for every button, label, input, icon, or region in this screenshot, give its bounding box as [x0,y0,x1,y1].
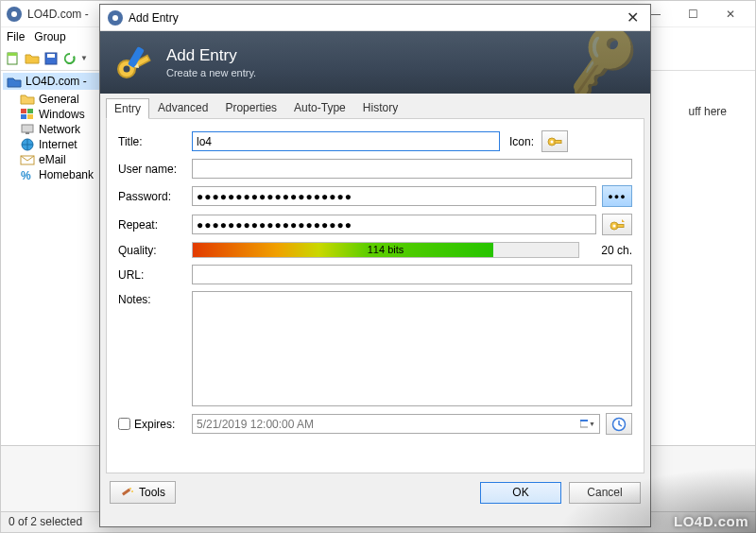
network-icon [20,123,35,136]
right-pane-hint: uff here [689,105,727,118]
label-password: Password: [118,190,192,203]
tree-label: Network [39,123,80,136]
title-input[interactable] [192,131,500,151]
tabs: Entry Advanced Properties Auto-Type Hist… [100,94,650,118]
tab-history[interactable]: History [354,97,406,118]
pencil-key-icon [113,41,157,84]
dialog-footer: Tools OK Cancel [100,473,650,511]
svg-rect-9 [26,132,29,134]
svg-rect-7 [27,114,33,119]
password-input[interactable]: ●●●●●●●●●●●●●●●●●●●● [192,186,596,206]
maximize-button[interactable]: ☐ [674,5,712,24]
header-subtitle: Create a new entry. [166,67,256,78]
key-watermark-icon: 🔑 [559,31,646,94]
header-title: Add Entry [166,46,256,65]
svg-rect-20 [555,140,561,143]
expires-checkbox[interactable] [118,418,130,430]
menu-group[interactable]: Group [34,30,65,43]
svg-point-30 [131,490,133,492]
svg-rect-23 [617,224,624,227]
expires-datetime-input[interactable]: 5/21/2019 12:00:00 AM ▼ [192,414,600,434]
add-entry-dialog: Add Entry ✕ 🔑 Add Entry Create a new ent… [99,4,651,527]
refresh-icon[interactable] [61,50,78,67]
folder-icon [20,93,35,106]
svg-point-29 [129,488,131,490]
tab-body: Title: Icon: User name: Password: ●●●●●●… [106,118,644,473]
svg-point-19 [551,140,554,143]
tree-label: Windows [39,108,85,121]
svg-rect-6 [21,114,26,119]
svg-text:%: % [21,169,31,181]
ok-button[interactable]: OK [480,482,561,504]
svg-rect-1 [8,53,17,56]
open-folder-icon[interactable] [24,50,41,67]
label-url: URL: [118,268,192,282]
expires-value: 5/21/2019 12:00:00 AM [197,418,314,431]
tab-properties[interactable]: Properties [216,97,285,118]
url-input[interactable] [192,265,632,284]
tab-entry[interactable]: Entry [106,98,149,119]
label-notes: Notes: [118,291,192,306]
tab-advanced[interactable]: Advanced [149,97,216,118]
svg-point-22 [613,224,616,227]
svg-marker-24 [622,219,625,222]
toolbar-dropdown-icon[interactable]: ▼ [80,54,88,62]
tree-label: General [39,93,79,106]
percent-icon: % [20,168,35,181]
label-username: User name: [118,163,192,176]
notes-input[interactable] [192,291,632,406]
database-icon [7,75,22,88]
tools-label: Tools [139,486,165,499]
dialog-close-button[interactable]: ✕ [623,9,643,26]
email-icon [20,153,35,166]
tree-root-label: LO4D.com - [26,75,87,88]
tree-label: eMail [39,153,66,166]
new-file-icon[interactable] [5,50,22,67]
wand-icon [120,486,133,499]
dialog-header: 🔑 Add Entry Create a new entry. [100,31,650,94]
svg-rect-28 [122,489,130,496]
svg-rect-3 [47,54,55,58]
calendar-dropdown-icon[interactable]: ▼ [580,417,595,432]
label-icon: Icon: [509,135,534,148]
svg-rect-5 [27,109,33,113]
globe-icon [20,138,35,151]
quality-bits: 114 bits [193,243,578,257]
lock-icon [108,10,123,26]
dialog-title: Add Entry [129,11,179,25]
icon-picker-button[interactable] [541,130,568,152]
label-quality: Quality: [118,244,192,257]
lock-icon [7,7,22,22]
quality-chars: 20 ch. [589,244,632,257]
status-text: 0 of 2 selected [9,515,82,528]
svg-point-14 [124,66,130,73]
label-expires: Expires: [134,418,175,431]
svg-rect-26 [580,420,588,421]
generate-password-button[interactable] [602,214,632,235]
label-title: Title: [118,135,192,148]
menu-file[interactable]: File [7,30,25,43]
tree-label: Internet [39,138,77,151]
svg-rect-8 [22,125,33,132]
windows-icon [20,108,35,121]
dots-icon: ●●● [608,192,626,201]
quality-bar: 114 bits [192,242,579,258]
tools-button[interactable]: Tools [110,481,176,504]
reveal-password-button[interactable]: ●●● [602,185,632,207]
cancel-button[interactable]: Cancel [569,482,641,504]
expires-presets-button[interactable] [606,413,632,435]
tab-autotype[interactable]: Auto-Type [285,97,354,118]
dialog-titlebar[interactable]: Add Entry ✕ [100,5,650,31]
save-icon[interactable] [43,50,60,67]
label-repeat: Repeat: [118,218,192,232]
repeat-password-input[interactable]: ●●●●●●●●●●●●●●●●●●●● [192,215,596,234]
username-input[interactable] [192,159,632,179]
tree-label: Homebank [39,168,94,181]
window-close-button[interactable]: ✕ [712,5,749,24]
svg-rect-4 [21,109,26,113]
